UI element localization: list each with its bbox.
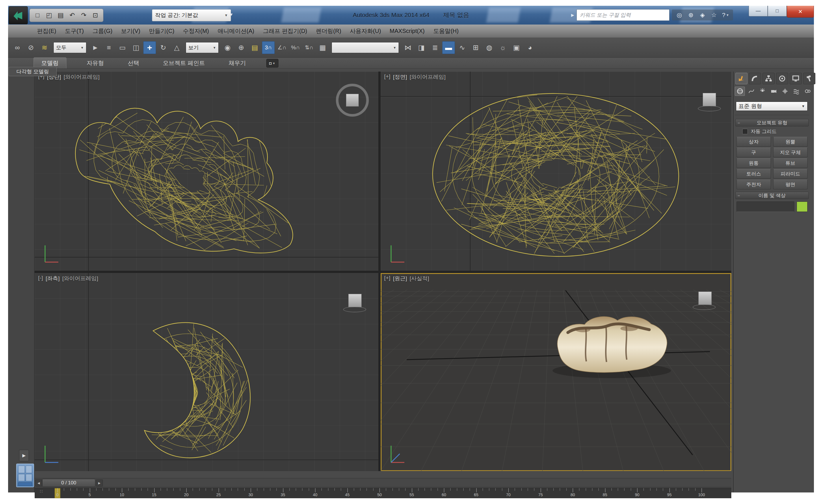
favorites-icon[interactable]: ☆: [709, 10, 719, 20]
track-key-icon[interactable]: ∷: [40, 489, 43, 493]
menu-maxscript[interactable]: MAXScript(X): [385, 28, 429, 34]
layout-tabs-expand-button[interactable]: ▶: [19, 450, 29, 461]
quick-access-expand-icon[interactable]: ▼: [229, 12, 234, 17]
search-input[interactable]: [576, 9, 670, 21]
help-icon[interactable]: ?▼: [720, 10, 731, 20]
object-color-swatch[interactable]: [797, 201, 808, 212]
workspace-dropdown[interactable]: 작업 공간: 기본값 ▼: [152, 9, 231, 21]
viewcube-icon[interactable]: [348, 294, 362, 307]
create-tube-button[interactable]: 튜브: [773, 158, 808, 168]
time-slider-button[interactable]: 0 / 100: [42, 479, 95, 487]
geometry-category-icon[interactable]: [735, 87, 745, 96]
viewport-shading-label[interactable]: [와이어프레임]: [410, 73, 446, 81]
hierarchy-tab[interactable]: [763, 73, 775, 84]
select-object-button[interactable]: ►: [89, 41, 102, 54]
unlink-selection-button[interactable]: ⊘: [25, 41, 37, 54]
menu-graph-editors[interactable]: 그래프 편집기(D): [259, 27, 311, 35]
graphite-ribbon-toggle-button[interactable]: ▬: [442, 41, 455, 54]
cameras-category-icon[interactable]: [769, 87, 779, 96]
spinner-snap-toggle-button[interactable]: ⇅∩: [303, 41, 315, 54]
menu-rendering[interactable]: 렌더링(R): [312, 27, 346, 35]
menu-customize[interactable]: 사용자화(U): [345, 27, 385, 35]
viewcube-compass-ring[interactable]: [336, 84, 369, 117]
create-geosphere-button[interactable]: 지오 구체: [773, 148, 808, 157]
select-and-manipulate-button[interactable]: ⊕: [235, 41, 248, 54]
menu-animation[interactable]: 애니메이션(A): [214, 27, 259, 35]
curve-editor-button[interactable]: ∿: [456, 41, 468, 54]
create-cylinder-button[interactable]: 원통: [737, 158, 771, 168]
subscription-center-icon[interactable]: ⊛: [686, 10, 696, 20]
infocenter-toggle-icon[interactable]: ▶: [571, 13, 574, 17]
new-scene-button[interactable]: □: [33, 10, 42, 20]
viewport-menu-label[interactable]: [+]: [384, 73, 391, 81]
display-tab[interactable]: [790, 73, 802, 84]
reference-coordinate-system-dropdown[interactable]: 보기▼: [186, 42, 219, 53]
open-file-button[interactable]: ◰: [44, 10, 54, 20]
lights-category-icon[interactable]: [757, 87, 767, 96]
select-by-name-button[interactable]: ≡: [102, 41, 115, 54]
shapes-category-icon[interactable]: [746, 87, 756, 96]
layer-manager-button[interactable]: ≣: [429, 41, 441, 54]
viewport-shading-label[interactable]: [와이어프레임]: [62, 275, 98, 282]
name-color-rollout-header[interactable]: − 이름 및 색상: [735, 192, 809, 199]
viewport-shading-label[interactable]: [와이어프레임]: [63, 73, 100, 81]
menu-group[interactable]: 그룹(G): [88, 27, 117, 35]
systems-category-icon[interactable]: [802, 87, 812, 96]
render-production-button[interactable]: ◕: [524, 41, 536, 54]
selection-filter-dropdown[interactable]: 모두▼: [53, 42, 86, 53]
viewcube-icon[interactable]: [698, 292, 712, 305]
redo-button[interactable]: ↷: [79, 10, 89, 20]
create-tab[interactable]: [735, 73, 748, 84]
named-selection-set-dropdown[interactable]: ▼: [332, 42, 399, 53]
bind-to-space-warp-button[interactable]: ≋: [38, 41, 51, 54]
select-and-move-button[interactable]: +: [143, 41, 156, 54]
ribbon-tab-populate[interactable]: 채우기: [225, 58, 250, 68]
align-button[interactable]: ◨: [415, 41, 428, 54]
create-pyramid-button[interactable]: 피라미드: [773, 169, 808, 179]
percent-snap-toggle-button[interactable]: %∩: [289, 41, 302, 54]
viewcube-icon[interactable]: [703, 93, 716, 106]
select-and-uniform-scale-button[interactable]: △: [170, 41, 183, 54]
create-sphere-button[interactable]: 구: [737, 148, 771, 157]
viewcube-icon[interactable]: [346, 94, 359, 107]
object-category-dropdown[interactable]: 표준 원형 ▼: [736, 102, 808, 111]
angle-snap-toggle-button[interactable]: ∠∩: [276, 41, 288, 54]
menu-help[interactable]: 도움말(H): [429, 27, 463, 35]
utilities-tab[interactable]: [803, 73, 815, 84]
mirror-button[interactable]: ⋈: [401, 41, 414, 54]
create-plane-button[interactable]: 평면: [773, 180, 808, 189]
track-ruler[interactable]: ∷ 05101520253035404550556065707580859095…: [35, 488, 731, 498]
application-menu-button[interactable]: [9, 6, 28, 24]
viewport-top-left[interactable]: [+] [상단] [와이어프레임]: [35, 72, 378, 271]
motion-tab[interactable]: [776, 73, 788, 84]
create-torus-button[interactable]: 토러스: [737, 169, 771, 179]
snaps-toggle-button[interactable]: 3∩: [262, 41, 275, 54]
rectangular-selection-region-button[interactable]: ▭: [116, 41, 129, 54]
close-button[interactable]: ×: [787, 6, 814, 18]
maximize-button[interactable]: □: [768, 6, 787, 16]
schematic-view-button[interactable]: ⊞: [469, 41, 482, 54]
ribbon-tab-object-paint[interactable]: 오브젝트 페인트: [159, 58, 209, 68]
menu-tools[interactable]: 도구(T): [61, 27, 88, 35]
modify-tab[interactable]: [749, 73, 761, 84]
edit-named-selection-sets-button[interactable]: ▦: [316, 41, 329, 54]
viewport-shading-label[interactable]: [사실적]: [410, 275, 429, 282]
viewport-menu-label[interactable]: [+]: [384, 275, 391, 282]
menu-create[interactable]: 만들기(C): [145, 27, 179, 35]
next-frame-button[interactable]: ►: [96, 479, 103, 486]
rendered-frame-window-button[interactable]: ▣: [510, 41, 523, 54]
ribbon-tab-selection[interactable]: 선택: [124, 58, 143, 68]
undo-button[interactable]: ↶: [67, 10, 77, 20]
viewport-top-right[interactable]: [+] [정면] [와이어프레임]: [381, 72, 731, 271]
object-name-field[interactable]: [737, 201, 794, 212]
previous-frame-button[interactable]: ◄: [35, 479, 42, 486]
menu-edit[interactable]: 편집(E): [33, 27, 61, 35]
autogrid-checkbox[interactable]: [742, 129, 748, 134]
ribbon-display-toggle[interactable]: ◘▼: [266, 59, 279, 68]
viewport-view-label[interactable]: [원근]: [393, 275, 407, 282]
ribbon-panel-polygon-modeling[interactable]: 다각형 모델링: [9, 67, 57, 76]
space-warps-category-icon[interactable]: [791, 87, 801, 96]
viewport-bottom-right-active[interactable]: [+] [원근] [사실적]: [381, 273, 731, 471]
ribbon-tab-freeform[interactable]: 자유형: [83, 58, 107, 68]
minimize-button[interactable]: —: [749, 6, 768, 16]
